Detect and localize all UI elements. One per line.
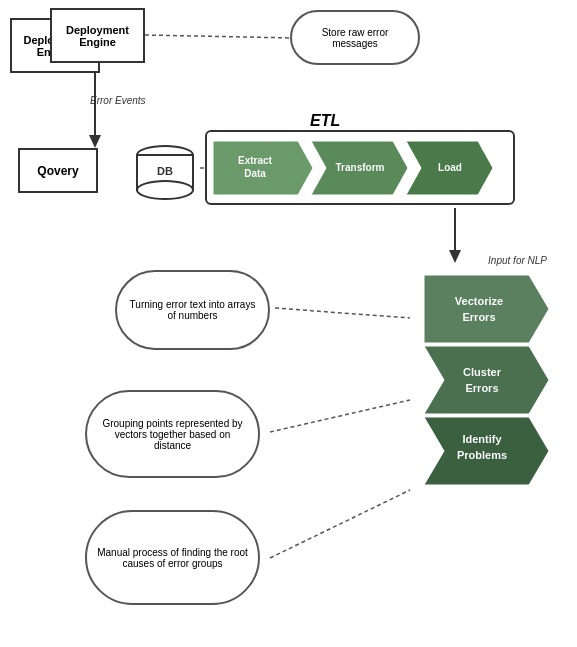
db-shape: DB <box>135 145 195 203</box>
svg-text:Transform: Transform <box>336 162 385 173</box>
etl-container: Extract Data Transform Load <box>205 130 515 205</box>
input-nlp-label: Input for NLP <box>488 255 547 266</box>
svg-line-8 <box>270 400 410 432</box>
svg-line-0 <box>145 35 295 38</box>
svg-text:DB: DB <box>157 165 173 177</box>
svg-marker-3 <box>89 135 101 148</box>
error-events-label: Error Events <box>90 95 146 106</box>
diagram-container: Deployment Engine Deployment Engine Erro… <box>0 0 577 647</box>
cloud-turning: Turning error text into arrays of number… <box>115 270 270 350</box>
svg-text:Load: Load <box>438 162 462 173</box>
svg-line-7 <box>275 308 410 318</box>
svg-text:Data: Data <box>244 168 266 179</box>
svg-marker-23 <box>424 275 549 343</box>
nlp-section: Vectorize Errors Cluster Errors Identify… <box>424 275 549 485</box>
cloud-manual: Manual process of finding the root cause… <box>85 510 260 605</box>
svg-text:Errors: Errors <box>465 382 498 394</box>
etl-steps-svg: Extract Data Transform Load <box>213 139 507 197</box>
svg-text:Cluster: Cluster <box>463 366 502 378</box>
cluster-chevron: Cluster Errors <box>424 346 549 414</box>
svg-text:Errors: Errors <box>462 311 495 323</box>
svg-text:Identify: Identify <box>462 433 502 445</box>
etl-title: ETL <box>310 112 340 130</box>
svg-text:Extract: Extract <box>238 155 273 166</box>
svg-line-9 <box>270 490 410 558</box>
deployment-engine-box-2: Deployment Engine <box>50 8 145 63</box>
cloud-grouping: Grouping points represented by vectors t… <box>85 390 260 478</box>
identify-chevron: Identify Problems <box>424 417 549 485</box>
svg-marker-6 <box>449 250 461 263</box>
cloud-store: Store raw error messages <box>290 10 420 65</box>
svg-point-12 <box>137 181 193 199</box>
svg-text:Problems: Problems <box>457 449 507 461</box>
svg-text:Vectorize: Vectorize <box>455 295 503 307</box>
svg-marker-26 <box>424 346 549 414</box>
qovery-box: Qovery <box>18 148 98 193</box>
vectorize-chevron: Vectorize Errors <box>424 275 549 343</box>
